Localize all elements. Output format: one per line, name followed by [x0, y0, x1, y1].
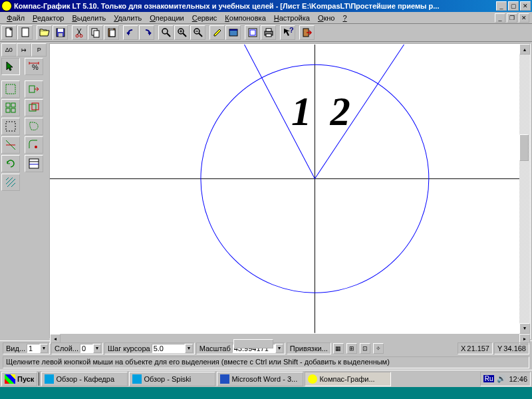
tool-cursor[interactable] [1, 58, 20, 75]
tool-extend[interactable] [25, 80, 43, 98]
tool-trim[interactable] [1, 136, 20, 154]
view-selector[interactable]: Вид...▾ [3, 342, 50, 354]
exit-button[interactable] [299, 25, 315, 40]
canvas-wrap: 1 2 ▴ ▾ ◂ ▸ [49, 43, 531, 339]
taskbar: Пуск Обзор - Кафедра Обзор - Spiski Micr… [0, 370, 532, 387]
marquee-icon [5, 120, 17, 132]
maximize-button[interactable]: ▢ [508, 1, 519, 11]
tool-dimension[interactable]: % [25, 58, 43, 75]
view-input[interactable] [27, 344, 40, 353]
snap-toggle-button[interactable]: ⊡ [360, 343, 370, 354]
print-button[interactable] [261, 25, 276, 40]
zoom-button[interactable] [158, 25, 174, 40]
svg-rect-11 [110, 28, 113, 30]
svg-line-53 [315, 45, 404, 179]
menu-window[interactable]: Окно [314, 13, 339, 23]
save-button[interactable] [53, 25, 68, 40]
left-tab-3[interactable]: P [31, 43, 47, 57]
select-rect-icon [5, 83, 17, 95]
grid-toggle-button[interactable]: ▦ [333, 343, 344, 354]
layer-selector[interactable]: Слой...▾ [51, 342, 103, 354]
canvas-label-2: 2 [330, 89, 350, 134]
taskbar-item[interactable]: Microsoft Word - 3... [217, 372, 303, 386]
menu-delete[interactable]: Удалить [110, 13, 146, 23]
word-icon [220, 374, 229, 384]
left-tab-1[interactable]: Δ0 [1, 43, 17, 57]
new-sheet-button[interactable] [17, 25, 33, 40]
axes-toggle-button[interactable]: ✧ [373, 343, 384, 354]
menu-service[interactable]: Сервис [188, 13, 221, 23]
menu-operations[interactable]: Операции [146, 13, 188, 23]
zoom-out-button[interactable] [190, 25, 205, 40]
dropdown-icon[interactable]: ▾ [275, 344, 283, 353]
volume-icon[interactable]: 🔊 [497, 374, 506, 383]
dropdown-icon[interactable]: ▾ [93, 344, 101, 353]
mdi-close-button[interactable]: ✕ [519, 13, 529, 23]
menu-select[interactable]: Выделить [68, 13, 110, 23]
start-button[interactable]: Пуск [1, 372, 37, 386]
tool-fillet[interactable] [25, 136, 43, 154]
cut-button[interactable] [72, 25, 87, 40]
main-toolbar: ? [0, 24, 532, 42]
tool-group[interactable] [25, 99, 43, 116]
refresh-button[interactable] [225, 25, 241, 40]
snaps-button[interactable]: Привязки... [287, 342, 331, 354]
menu-layout[interactable]: Компоновка [221, 13, 269, 23]
rotate-icon [5, 158, 17, 170]
dimension-icon: % [28, 61, 40, 72]
left-tab-2[interactable]: ↦ [17, 43, 32, 57]
copy-icon [90, 27, 101, 38]
language-indicator[interactable]: Ru [483, 375, 495, 382]
svg-rect-46 [29, 159, 39, 168]
svg-point-12 [162, 29, 168, 34]
open-button[interactable] [37, 25, 52, 40]
mdi-restore-button[interactable]: ❐ [507, 13, 517, 23]
drawing-canvas[interactable]: 1 2 [50, 44, 519, 334]
edit-button[interactable] [209, 25, 225, 40]
close-button[interactable]: ✕ [520, 1, 531, 11]
redo-button[interactable] [139, 25, 154, 40]
layer-input[interactable] [80, 344, 93, 353]
blank-icon [20, 27, 31, 38]
new-doc-button[interactable] [1, 25, 17, 40]
scissors-icon [74, 27, 85, 38]
minimize-button[interactable]: _ [496, 1, 507, 11]
tool-lasso[interactable] [25, 118, 43, 135]
tool-marquee[interactable] [1, 118, 20, 135]
taskbar-item[interactable]: Обзор - Кафедра [41, 372, 128, 386]
taskbar-item[interactable]: Обзор - Spiski [129, 372, 215, 386]
canvas-label-1: 1 [291, 89, 311, 134]
svg-rect-37 [11, 103, 15, 107]
dropdown-icon[interactable]: ▾ [40, 344, 48, 353]
zoom-in-button[interactable] [174, 25, 190, 40]
taskbar-item-active[interactable]: Компас-Графи... [305, 372, 391, 386]
dropdown-icon[interactable]: ▾ [185, 344, 193, 353]
svg-rect-34 [6, 84, 15, 94]
paste-button[interactable] [104, 25, 119, 40]
scroll-down-button[interactable]: ▾ [519, 323, 530, 334]
svg-line-13 [167, 33, 170, 37]
svg-rect-36 [6, 103, 10, 107]
tool-select-all[interactable] [1, 99, 20, 116]
fit-page-button[interactable] [245, 25, 260, 40]
ie-icon [45, 374, 54, 384]
tool-select-rect[interactable] [1, 80, 20, 98]
undo-button[interactable] [123, 25, 138, 40]
scroll-up-button[interactable]: ▴ [519, 44, 530, 55]
svg-rect-26 [266, 29, 271, 31]
menu-settings[interactable]: Настройка [270, 13, 314, 23]
copy-button[interactable] [88, 25, 103, 40]
step-input[interactable] [152, 344, 185, 353]
ortho-toggle-button[interactable]: ⊞ [346, 343, 357, 354]
menu-edit[interactable]: Редактор [29, 13, 68, 23]
tool-hatch[interactable] [1, 174, 20, 191]
mdi-minimize-button[interactable]: _ [495, 13, 505, 23]
tool-properties[interactable] [25, 155, 43, 172]
properties-icon [28, 158, 40, 170]
vertical-scrollbar[interactable]: ▴ ▾ [519, 44, 530, 334]
menu-file[interactable]: Файл [3, 13, 29, 23]
cursor-step: Шаг курсора▾ [104, 342, 195, 354]
menu-help[interactable]: ? [339, 13, 351, 23]
tool-rotate[interactable] [1, 155, 20, 172]
context-help-button[interactable]: ? [280, 25, 295, 40]
